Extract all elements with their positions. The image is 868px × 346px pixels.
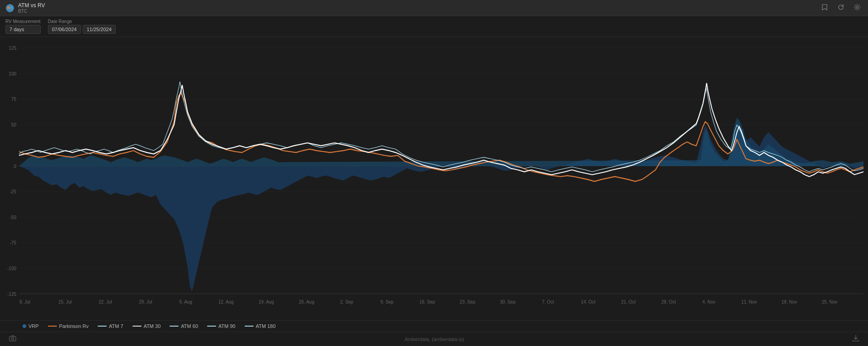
atm180-label: ATM 180: [256, 323, 276, 329]
atm90-label: ATM 90: [218, 323, 236, 329]
camera-button[interactable]: [9, 335, 16, 343]
bottom-actions-left: [9, 335, 16, 343]
chart-area: 125 100 75 50 0 -25 -50 -75 -100 -125: [0, 37, 868, 320]
svg-text:4. Nov: 4. Nov: [703, 299, 716, 304]
title-text: ATM vs RV BTC: [18, 2, 45, 14]
legend-vrp: VRP: [23, 323, 39, 329]
svg-text:-50: -50: [10, 215, 17, 220]
bookmark-button[interactable]: [819, 3, 830, 13]
controls-bar: RV Measurement 7 days Date Range 07/06/2…: [0, 16, 868, 37]
svg-point-49: [12, 338, 14, 340]
atm7-label: ATM 7: [109, 323, 123, 329]
atm60-icon: [170, 326, 179, 327]
window-subtitle: BTC: [18, 9, 45, 14]
svg-text:125: 125: [9, 46, 16, 51]
legend-atm90: ATM 90: [207, 323, 236, 329]
svg-text:-100: -100: [7, 266, 16, 271]
svg-text:28. Oct: 28. Oct: [661, 299, 676, 304]
date-range-label: Date Range: [48, 19, 116, 24]
svg-point-3: [856, 6, 859, 9]
svg-text:12. Aug: 12. Aug: [218, 299, 234, 304]
rv-measurement-label: RV Measurement: [5, 19, 41, 24]
app-icon: [5, 4, 14, 13]
app-container: ATM vs RV BTC: [0, 0, 868, 346]
svg-text:25. Nov: 25. Nov: [822, 299, 838, 304]
atm90-icon: [207, 326, 216, 327]
svg-text:7. Oct: 7. Oct: [542, 299, 554, 304]
svg-point-1: [7, 6, 10, 9]
title-bar: ATM vs RV BTC: [0, 0, 868, 16]
svg-text:2. Sep: 2. Sep: [340, 299, 354, 304]
vrp-label: VRP: [28, 323, 39, 329]
legend-parkinson-rv: Parkinson Rv: [48, 323, 89, 329]
svg-point-2: [10, 6, 13, 9]
title-actions: [819, 3, 863, 13]
date-end-input[interactable]: 11/25/2024: [83, 25, 116, 34]
svg-text:50: 50: [11, 122, 16, 127]
title-left: ATM vs RV BTC: [5, 2, 45, 14]
bottom-bar: Amberdata, (amberdata.io): [0, 332, 868, 346]
legend-atm30: ATM 30: [132, 323, 161, 329]
svg-text:16. Sep: 16. Sep: [420, 299, 435, 304]
refresh-button[interactable]: [835, 3, 846, 13]
svg-text:22. Jul: 22. Jul: [99, 299, 112, 304]
svg-text:30. Sep: 30. Sep: [500, 299, 516, 304]
svg-rect-48: [9, 337, 16, 341]
bottom-actions-right: [853, 335, 859, 343]
svg-text:75: 75: [11, 97, 16, 102]
main-chart: 125 100 75 50 0 -25 -50 -75 -100 -125: [0, 41, 868, 320]
svg-text:29. Jul: 29. Jul: [139, 299, 152, 304]
legend-bar: VRP Parkinson Rv ATM 7 ATM 30 ATM 60 ATM…: [0, 320, 868, 332]
svg-text:26. Aug: 26. Aug: [299, 299, 314, 304]
svg-text:18. Nov: 18. Nov: [782, 299, 797, 304]
svg-text:100: 100: [9, 71, 16, 76]
svg-text:-25: -25: [10, 189, 17, 194]
legend-atm180: ATM 180: [245, 323, 276, 329]
date-start-input[interactable]: 07/06/2024: [48, 25, 81, 34]
svg-text:19. Aug: 19. Aug: [259, 299, 274, 304]
svg-point-0: [6, 4, 14, 12]
atm7-icon: [98, 326, 107, 327]
download-button[interactable]: [853, 335, 859, 343]
svg-text:15. Jul: 15. Jul: [58, 299, 71, 304]
window-title: ATM vs RV: [18, 2, 45, 9]
svg-text:23. Sep: 23. Sep: [460, 299, 476, 304]
svg-text:21. Oct: 21. Oct: [621, 299, 636, 304]
svg-text:-125: -125: [7, 291, 16, 296]
vrp-icon: [23, 324, 26, 328]
settings-button[interactable]: [852, 3, 863, 13]
parkinson-rv-icon: [48, 326, 57, 327]
svg-text:5. Aug: 5. Aug: [179, 299, 193, 304]
atm60-label: ATM 60: [181, 323, 198, 329]
rv-measurement-select[interactable]: 7 days: [5, 25, 41, 34]
parkinson-rv-label: Parkinson Rv: [59, 323, 89, 329]
svg-text:-75: -75: [10, 240, 17, 245]
svg-text:8. Jul: 8. Jul: [19, 299, 30, 304]
svg-text:9. Sep: 9. Sep: [381, 299, 394, 304]
svg-text:0: 0: [14, 164, 16, 168]
svg-text:11. Nov: 11. Nov: [741, 299, 757, 304]
watermark-text: Amberdata, (amberdata.io): [405, 337, 464, 342]
date-range-inputs: 07/06/2024 11/25/2024: [48, 25, 116, 34]
rv-measurement-group: RV Measurement 7 days: [5, 19, 41, 34]
atm30-icon: [132, 326, 142, 327]
legend-atm7: ATM 7: [98, 323, 123, 329]
atm180-icon: [245, 326, 254, 327]
svg-text:14. Oct: 14. Oct: [581, 299, 595, 304]
atm30-label: ATM 30: [144, 323, 161, 329]
date-range-group: Date Range 07/06/2024 11/25/2024: [48, 19, 116, 34]
legend-atm60: ATM 60: [170, 323, 198, 329]
